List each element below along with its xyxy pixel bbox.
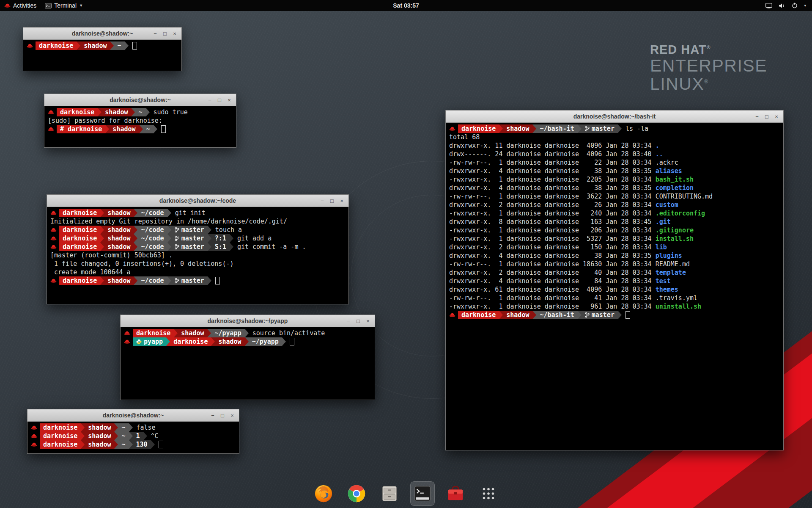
terminal-content[interactable]: darknoiseshadow~/bash-itmasterls -latota… (446, 123, 783, 450)
chevron-down-icon: ▼ (79, 4, 83, 8)
file-list-row: -rwxrwxr-x. 1 darknoise darknoise 5327 J… (449, 235, 780, 243)
file-name: template (656, 269, 686, 276)
file-attributes: drwxrwxr-x. 2 darknoise darknoise 40 Jan… (449, 269, 656, 276)
volume-icon[interactable] (779, 3, 785, 8)
dock-item-appgrid[interactable] (476, 481, 501, 506)
terminal-cursor (132, 42, 137, 50)
app-menu-terminal[interactable]: Terminal ▼ (41, 0, 87, 11)
terminal-output-line: 1 file changed, 0 insertions(+), 0 delet… (50, 260, 345, 268)
maximize-button[interactable]: □ (763, 112, 771, 121)
maximize-button[interactable]: □ (218, 411, 227, 420)
close-button[interactable]: × (772, 112, 781, 121)
terminal-content[interactable]: darknoiseshadow~/pyappsource bin/activat… (121, 327, 375, 400)
clock[interactable]: Sat 03:57 (393, 2, 419, 9)
terminal-prompt-line: darknoiseshadow~1^C (31, 432, 236, 440)
close-button[interactable]: × (228, 411, 236, 420)
powerline-separator (167, 209, 171, 217)
minimize-button[interactable]: − (753, 112, 761, 121)
maximize-button[interactable]: □ (328, 196, 336, 205)
prompt-segment-path: ~/code (137, 243, 167, 251)
dock-item-toolbox[interactable] (443, 481, 468, 506)
branch-icon (175, 235, 179, 241)
powerline-separator (98, 108, 102, 116)
prompt-segment-path: ~ (114, 41, 124, 50)
window-titlebar[interactable]: darknoise@shadow:~/code−□× (47, 195, 348, 207)
powerline-separator (166, 337, 170, 346)
powerline-separator (167, 276, 171, 285)
prompt-segment-host: shadow (215, 337, 244, 346)
terminal-content[interactable]: darknoiseshadow~/codegit initInitialized… (47, 207, 348, 304)
minimize-button[interactable]: − (208, 411, 217, 420)
powerline-separator (282, 337, 286, 346)
file-name: themes (656, 286, 678, 293)
minimize-button[interactable]: − (344, 317, 353, 325)
python-icon (136, 339, 142, 345)
activities-button[interactable]: Activities (0, 0, 41, 11)
powerline-separator (618, 311, 622, 319)
file-list-row: drwxrwxr-x. 8 darknoise darknoise 163 Ja… (449, 218, 780, 226)
file-list-row: -rwxrwxr-x. 1 darknoise darknoise 2205 J… (449, 175, 780, 184)
window-titlebar[interactable]: darknoise@shadow:~−□× (27, 409, 239, 422)
terminal-mini-icon (45, 3, 52, 8)
terminal-window: darknoise@shadow:~/bash-it−□×darknoisesh… (445, 110, 784, 450)
file-attributes: drwxrwxr-x. 4 darknoise darknoise 38 Jan… (449, 184, 656, 192)
maximize-button[interactable]: □ (354, 317, 362, 325)
terminal-prompt-line: darknoiseshadow~/codemasterS:1git commit… (50, 243, 345, 251)
file-name: CONTRIBUTING.md (656, 193, 713, 200)
redhat-icon (50, 227, 57, 232)
terminal-window: darknoise@shadow:~−□×darknoiseshadow~fal… (27, 409, 239, 454)
window-controls: −□× (208, 411, 239, 420)
minimize-button[interactable]: − (151, 29, 159, 38)
powerline-separator (208, 234, 211, 243)
redhat-logo-icon (4, 3, 11, 8)
terminal-content[interactable]: darknoiseshadow~ (23, 40, 181, 71)
terminal-output-line: create mode 100644 a (50, 268, 345, 276)
dock-item-terminal[interactable] (410, 481, 435, 506)
powerline-separator (134, 234, 137, 243)
minimize-button[interactable]: − (318, 196, 326, 205)
window-titlebar[interactable]: darknoise@shadow:~−□× (44, 94, 236, 106)
close-button[interactable]: × (225, 96, 233, 104)
terminal-window: darknoise@shadow:~−□×darknoiseshadow~ (23, 27, 182, 71)
dock-item-files[interactable] (377, 481, 402, 506)
prompt-segment-host: shadow (104, 226, 134, 234)
file-list-row: -rw-rw-r--. 1 darknoise darknoise 18630 … (449, 260, 780, 268)
power-icon[interactable] (792, 3, 798, 8)
powerline-separator (131, 108, 135, 116)
prompt-segment-user: darknoise (133, 329, 174, 337)
file-name: . (656, 142, 659, 149)
powerline-separator (208, 226, 211, 234)
command-text: ls -la (625, 125, 648, 133)
close-button[interactable]: × (364, 317, 372, 325)
terminal-prompt-line: darknoiseshadow~/bash-itmaster (449, 311, 780, 319)
minimize-button[interactable]: − (206, 96, 214, 104)
file-name: uninstall.sh (656, 303, 701, 310)
dock-item-chrome[interactable] (344, 481, 369, 506)
maximize-button[interactable]: □ (161, 29, 169, 38)
prompt-segment-venv: pyapp (133, 337, 166, 346)
maximize-button[interactable]: □ (215, 96, 224, 104)
terminal-content[interactable]: darknoiseshadow~sudo true[sudo] password… (44, 106, 236, 147)
windows-layer: darknoise@shadow:~−□×darknoiseshadow~dar… (0, 0, 812, 508)
close-button[interactable]: × (170, 29, 179, 38)
dock-item-firefox[interactable] (311, 481, 336, 506)
display-icon[interactable] (765, 3, 772, 8)
window-titlebar[interactable]: darknoise@shadow:~/pyapp−□× (121, 315, 375, 327)
prompt-segment-git: master (582, 124, 618, 133)
output-text: 1 file changed, 0 insertions(+), 0 delet… (50, 260, 233, 268)
file-list-row: drwxrwxr-x. 2 darknoise darknoise 40 Jan… (449, 268, 780, 277)
window-titlebar[interactable]: darknoise@shadow:~−□× (23, 28, 181, 40)
powerline-separator (114, 432, 118, 440)
terminal-content[interactable]: darknoiseshadow~falsedarknoiseshadow~1^C… (27, 422, 239, 453)
powerline-separator (134, 226, 137, 234)
close-button[interactable]: × (337, 196, 346, 205)
window-titlebar[interactable]: darknoise@shadow:~/bash-it−□× (446, 110, 783, 123)
prompt-segment-host: shadow (503, 124, 532, 133)
terminal-prompt-line: darknoiseshadow~false (31, 423, 236, 432)
branch-icon (175, 227, 179, 233)
prompt-segment-host: shadow (85, 432, 114, 440)
powerline-separator (208, 276, 211, 285)
system-status-area[interactable]: ▾ (765, 0, 812, 11)
file-list-row: drwxrwxr-x. 4 darknoise darknoise 38 Jan… (449, 251, 780, 260)
file-name: plugins (656, 252, 682, 260)
